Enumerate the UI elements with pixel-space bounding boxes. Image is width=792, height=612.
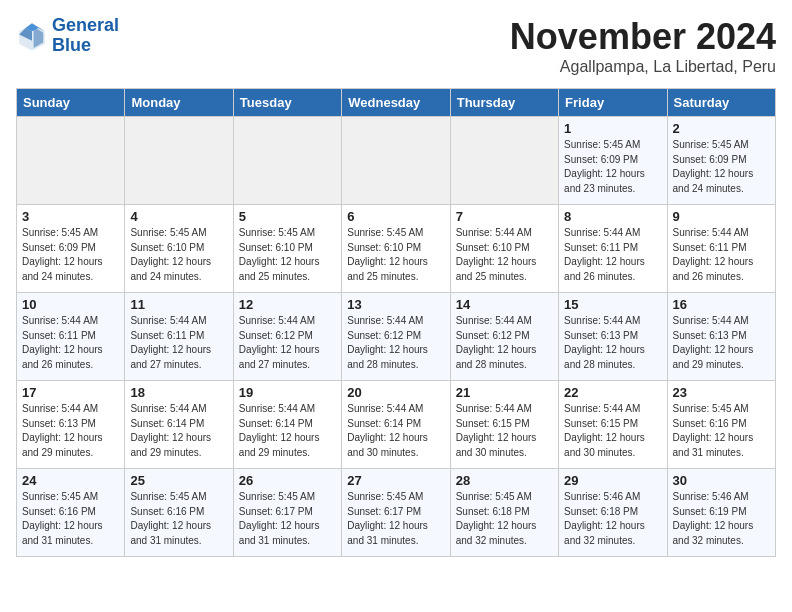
- day-number: 20: [347, 385, 444, 400]
- logo: General Blue: [16, 16, 119, 56]
- day-info: Sunrise: 5:44 AM Sunset: 6:15 PM Dayligh…: [564, 402, 661, 460]
- day-number: 11: [130, 297, 227, 312]
- day-number: 4: [130, 209, 227, 224]
- calendar-cell: 28Sunrise: 5:45 AM Sunset: 6:18 PM Dayli…: [450, 469, 558, 557]
- calendar-cell: 12Sunrise: 5:44 AM Sunset: 6:12 PM Dayli…: [233, 293, 341, 381]
- day-info: Sunrise: 5:44 AM Sunset: 6:13 PM Dayligh…: [22, 402, 119, 460]
- day-number: 24: [22, 473, 119, 488]
- calendar-cell: 1Sunrise: 5:45 AM Sunset: 6:09 PM Daylig…: [559, 117, 667, 205]
- calendar-cell: [233, 117, 341, 205]
- day-info: Sunrise: 5:45 AM Sunset: 6:09 PM Dayligh…: [22, 226, 119, 284]
- day-number: 6: [347, 209, 444, 224]
- day-info: Sunrise: 5:44 AM Sunset: 6:12 PM Dayligh…: [347, 314, 444, 372]
- weekday-header: Tuesday: [233, 89, 341, 117]
- day-info: Sunrise: 5:44 AM Sunset: 6:11 PM Dayligh…: [673, 226, 770, 284]
- calendar-cell: [342, 117, 450, 205]
- day-number: 23: [673, 385, 770, 400]
- calendar-cell: [125, 117, 233, 205]
- calendar-cell: 22Sunrise: 5:44 AM Sunset: 6:15 PM Dayli…: [559, 381, 667, 469]
- day-number: 27: [347, 473, 444, 488]
- weekday-header: Monday: [125, 89, 233, 117]
- calendar-cell: 18Sunrise: 5:44 AM Sunset: 6:14 PM Dayli…: [125, 381, 233, 469]
- calendar-week-row: 10Sunrise: 5:44 AM Sunset: 6:11 PM Dayli…: [17, 293, 776, 381]
- calendar-cell: 13Sunrise: 5:44 AM Sunset: 6:12 PM Dayli…: [342, 293, 450, 381]
- weekday-header: Saturday: [667, 89, 775, 117]
- calendar-cell: 27Sunrise: 5:45 AM Sunset: 6:17 PM Dayli…: [342, 469, 450, 557]
- day-number: 18: [130, 385, 227, 400]
- day-info: Sunrise: 5:45 AM Sunset: 6:16 PM Dayligh…: [130, 490, 227, 548]
- calendar-cell: 6Sunrise: 5:45 AM Sunset: 6:10 PM Daylig…: [342, 205, 450, 293]
- calendar-cell: 26Sunrise: 5:45 AM Sunset: 6:17 PM Dayli…: [233, 469, 341, 557]
- day-number: 29: [564, 473, 661, 488]
- calendar-cell: [17, 117, 125, 205]
- day-number: 10: [22, 297, 119, 312]
- day-number: 17: [22, 385, 119, 400]
- calendar-cell: 17Sunrise: 5:44 AM Sunset: 6:13 PM Dayli…: [17, 381, 125, 469]
- day-number: 15: [564, 297, 661, 312]
- calendar-cell: 7Sunrise: 5:44 AM Sunset: 6:10 PM Daylig…: [450, 205, 558, 293]
- calendar-cell: 9Sunrise: 5:44 AM Sunset: 6:11 PM Daylig…: [667, 205, 775, 293]
- day-info: Sunrise: 5:45 AM Sunset: 6:10 PM Dayligh…: [239, 226, 336, 284]
- calendar-cell: 2Sunrise: 5:45 AM Sunset: 6:09 PM Daylig…: [667, 117, 775, 205]
- day-number: 14: [456, 297, 553, 312]
- calendar-cell: 19Sunrise: 5:44 AM Sunset: 6:14 PM Dayli…: [233, 381, 341, 469]
- calendar-cell: 5Sunrise: 5:45 AM Sunset: 6:10 PM Daylig…: [233, 205, 341, 293]
- day-number: 2: [673, 121, 770, 136]
- day-number: 8: [564, 209, 661, 224]
- calendar-cell: 15Sunrise: 5:44 AM Sunset: 6:13 PM Dayli…: [559, 293, 667, 381]
- day-number: 12: [239, 297, 336, 312]
- day-info: Sunrise: 5:44 AM Sunset: 6:14 PM Dayligh…: [347, 402, 444, 460]
- logo-text: General Blue: [52, 16, 119, 56]
- calendar-cell: 30Sunrise: 5:46 AM Sunset: 6:19 PM Dayli…: [667, 469, 775, 557]
- calendar-cell: 25Sunrise: 5:45 AM Sunset: 6:16 PM Dayli…: [125, 469, 233, 557]
- weekday-header: Sunday: [17, 89, 125, 117]
- calendar-cell: 16Sunrise: 5:44 AM Sunset: 6:13 PM Dayli…: [667, 293, 775, 381]
- day-info: Sunrise: 5:44 AM Sunset: 6:12 PM Dayligh…: [456, 314, 553, 372]
- day-info: Sunrise: 5:44 AM Sunset: 6:11 PM Dayligh…: [564, 226, 661, 284]
- calendar-cell: 4Sunrise: 5:45 AM Sunset: 6:10 PM Daylig…: [125, 205, 233, 293]
- day-number: 9: [673, 209, 770, 224]
- calendar-cell: 14Sunrise: 5:44 AM Sunset: 6:12 PM Dayli…: [450, 293, 558, 381]
- day-info: Sunrise: 5:45 AM Sunset: 6:17 PM Dayligh…: [239, 490, 336, 548]
- calendar-cell: 11Sunrise: 5:44 AM Sunset: 6:11 PM Dayli…: [125, 293, 233, 381]
- day-number: 7: [456, 209, 553, 224]
- title-block: November 2024 Agallpampa, La Libertad, P…: [510, 16, 776, 76]
- day-info: Sunrise: 5:45 AM Sunset: 6:09 PM Dayligh…: [673, 138, 770, 196]
- calendar-cell: 10Sunrise: 5:44 AM Sunset: 6:11 PM Dayli…: [17, 293, 125, 381]
- day-info: Sunrise: 5:45 AM Sunset: 6:16 PM Dayligh…: [673, 402, 770, 460]
- calendar-cell: 8Sunrise: 5:44 AM Sunset: 6:11 PM Daylig…: [559, 205, 667, 293]
- day-number: 16: [673, 297, 770, 312]
- day-info: Sunrise: 5:44 AM Sunset: 6:12 PM Dayligh…: [239, 314, 336, 372]
- day-number: 21: [456, 385, 553, 400]
- calendar-week-row: 1Sunrise: 5:45 AM Sunset: 6:09 PM Daylig…: [17, 117, 776, 205]
- weekday-header: Friday: [559, 89, 667, 117]
- weekday-header: Wednesday: [342, 89, 450, 117]
- logo-icon: [16, 20, 48, 52]
- day-number: 19: [239, 385, 336, 400]
- day-number: 13: [347, 297, 444, 312]
- calendar-week-row: 24Sunrise: 5:45 AM Sunset: 6:16 PM Dayli…: [17, 469, 776, 557]
- calendar-week-row: 17Sunrise: 5:44 AM Sunset: 6:13 PM Dayli…: [17, 381, 776, 469]
- day-info: Sunrise: 5:44 AM Sunset: 6:15 PM Dayligh…: [456, 402, 553, 460]
- day-info: Sunrise: 5:45 AM Sunset: 6:09 PM Dayligh…: [564, 138, 661, 196]
- day-number: 5: [239, 209, 336, 224]
- day-info: Sunrise: 5:44 AM Sunset: 6:14 PM Dayligh…: [130, 402, 227, 460]
- day-info: Sunrise: 5:46 AM Sunset: 6:18 PM Dayligh…: [564, 490, 661, 548]
- day-info: Sunrise: 5:45 AM Sunset: 6:16 PM Dayligh…: [22, 490, 119, 548]
- calendar-cell: [450, 117, 558, 205]
- day-info: Sunrise: 5:46 AM Sunset: 6:19 PM Dayligh…: [673, 490, 770, 548]
- day-info: Sunrise: 5:44 AM Sunset: 6:13 PM Dayligh…: [673, 314, 770, 372]
- day-info: Sunrise: 5:44 AM Sunset: 6:11 PM Dayligh…: [22, 314, 119, 372]
- calendar-body: 1Sunrise: 5:45 AM Sunset: 6:09 PM Daylig…: [17, 117, 776, 557]
- calendar-cell: 24Sunrise: 5:45 AM Sunset: 6:16 PM Dayli…: [17, 469, 125, 557]
- calendar-cell: 21Sunrise: 5:44 AM Sunset: 6:15 PM Dayli…: [450, 381, 558, 469]
- day-info: Sunrise: 5:45 AM Sunset: 6:10 PM Dayligh…: [347, 226, 444, 284]
- calendar-table: SundayMondayTuesdayWednesdayThursdayFrid…: [16, 88, 776, 557]
- day-number: 3: [22, 209, 119, 224]
- day-number: 28: [456, 473, 553, 488]
- calendar-cell: 20Sunrise: 5:44 AM Sunset: 6:14 PM Dayli…: [342, 381, 450, 469]
- day-info: Sunrise: 5:45 AM Sunset: 6:18 PM Dayligh…: [456, 490, 553, 548]
- day-number: 1: [564, 121, 661, 136]
- day-number: 25: [130, 473, 227, 488]
- calendar-header-row: SundayMondayTuesdayWednesdayThursdayFrid…: [17, 89, 776, 117]
